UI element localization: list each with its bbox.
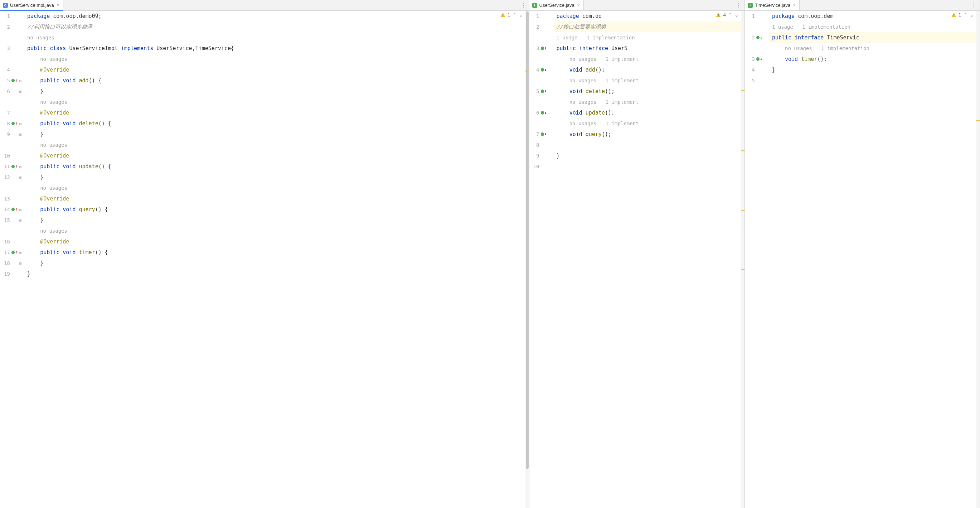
- line-number[interactable]: 1: [0, 13, 10, 19]
- fold-icon[interactable]: [19, 132, 22, 136]
- line-number[interactable]: 11: [0, 164, 10, 169]
- line-number[interactable]: 12: [0, 174, 10, 180]
- fold-icon[interactable]: [19, 122, 22, 125]
- warn-marker[interactable]: [741, 269, 745, 270]
- code-line[interactable]: [769, 75, 976, 86]
- fold-icon[interactable]: [19, 89, 22, 93]
- warn-marker[interactable]: [741, 90, 745, 91]
- code-line[interactable]: no usages 1 implement: [554, 54, 741, 64]
- code-line[interactable]: no usages: [24, 32, 525, 43]
- line-number[interactable]: 9: [0, 131, 10, 137]
- next-highlight-icon[interactable]: ⌄: [735, 12, 739, 18]
- implemented-icon[interactable]: [541, 110, 547, 116]
- code-line[interactable]: @Override: [24, 64, 525, 75]
- fold-icon[interactable]: [19, 175, 22, 179]
- code-editor[interactable]: 123456789101112131415161718191^⌄package …: [0, 11, 529, 508]
- overrides-icon[interactable]: [11, 78, 17, 83]
- implemented-icon[interactable]: [541, 88, 547, 94]
- warn-marker[interactable]: [741, 150, 745, 151]
- code-line[interactable]: }: [769, 64, 976, 75]
- line-number[interactable]: 5: [745, 78, 755, 83]
- code-line[interactable]: }: [24, 86, 525, 97]
- code-line[interactable]: no usages: [24, 54, 525, 64]
- implemented-icon[interactable]: [541, 131, 547, 137]
- line-number[interactable]: 1: [745, 13, 755, 19]
- line-number[interactable]: 14: [0, 207, 10, 212]
- fold-icon[interactable]: [19, 261, 22, 265]
- code-area[interactable]: 1^⌄package com.oop.dem1 usage 1 implemen…: [769, 11, 976, 508]
- line-number[interactable]: 3: [745, 56, 755, 62]
- code-line[interactable]: public class UserServiceImpl implements …: [24, 43, 525, 54]
- scrollbar[interactable]: [525, 11, 529, 508]
- line-number[interactable]: 4: [745, 67, 755, 73]
- line-number[interactable]: 19: [0, 271, 10, 277]
- line-number[interactable]: 6: [0, 88, 10, 94]
- code-editor[interactable]: 123451^⌄package com.oop.dem1 usage 1 imp…: [745, 11, 980, 508]
- overrides-icon[interactable]: [11, 164, 17, 169]
- code-line[interactable]: public void delete() {: [24, 118, 525, 129]
- line-number[interactable]: 3: [0, 45, 10, 51]
- code-line[interactable]: [554, 161, 741, 172]
- fold-icon[interactable]: [19, 79, 22, 82]
- code-line[interactable]: }: [24, 258, 525, 269]
- line-number[interactable]: 13: [0, 196, 10, 202]
- next-highlight-icon[interactable]: ⌄: [970, 12, 974, 18]
- code-line[interactable]: public void add() {: [24, 75, 525, 86]
- line-number[interactable]: 5: [0, 78, 10, 83]
- line-number[interactable]: 3: [529, 45, 539, 51]
- line-number[interactable]: 8: [529, 142, 539, 148]
- close-icon[interactable]: ×: [792, 3, 796, 8]
- editor-tab[interactable]: IUserService.java×: [529, 0, 584, 10]
- line-number[interactable]: 6: [529, 110, 539, 116]
- fold-icon[interactable]: [19, 218, 22, 222]
- implemented-icon[interactable]: [541, 45, 547, 51]
- line-number[interactable]: 15: [0, 217, 10, 223]
- line-number[interactable]: 1: [529, 13, 539, 19]
- code-line[interactable]: void query();: [554, 129, 741, 140]
- code-line[interactable]: no usages 1 implement: [554, 97, 741, 107]
- code-area[interactable]: 1^⌄package com.oop.demo09;//利用接口可以实现多继承n…: [24, 11, 525, 508]
- code-line[interactable]: no usages: [24, 97, 525, 107]
- warn-marker[interactable]: [976, 120, 980, 121]
- line-number[interactable]: 4: [529, 67, 539, 73]
- overrides-icon[interactable]: [11, 207, 17, 212]
- warn-marker[interactable]: [525, 70, 529, 72]
- line-number[interactable]: 8: [0, 121, 10, 126]
- line-number[interactable]: 10: [0, 153, 10, 159]
- code-line[interactable]: @Override: [24, 236, 525, 247]
- code-line[interactable]: void timer();: [769, 54, 976, 64]
- code-line[interactable]: }: [24, 215, 525, 226]
- line-number[interactable]: 2: [529, 24, 539, 30]
- line-number[interactable]: 9: [529, 153, 539, 159]
- code-line[interactable]: no usages: [24, 140, 525, 150]
- code-line[interactable]: no usages 1 implement: [554, 118, 741, 129]
- code-line[interactable]: void update();: [554, 107, 741, 118]
- implemented-icon[interactable]: [756, 35, 762, 40]
- implemented-icon[interactable]: [756, 56, 762, 62]
- fold-icon[interactable]: [19, 165, 22, 168]
- code-line[interactable]: no usages 1 implement: [554, 75, 741, 86]
- code-line[interactable]: }: [24, 129, 525, 140]
- close-icon[interactable]: ×: [577, 3, 581, 8]
- prev-highlight-icon[interactable]: ^: [728, 12, 732, 18]
- line-number[interactable]: 2: [0, 24, 10, 30]
- line-number[interactable]: 7: [0, 110, 10, 116]
- code-line[interactable]: [554, 140, 741, 150]
- code-line[interactable]: public void update() {: [24, 161, 525, 172]
- prev-highlight-icon[interactable]: ^: [512, 12, 517, 18]
- code-line[interactable]: void add();: [554, 64, 741, 75]
- code-line[interactable]: }: [24, 172, 525, 183]
- code-line[interactable]: 1 usage 1 implementation: [554, 32, 741, 43]
- fold-icon[interactable]: [19, 208, 22, 211]
- tab-menu-icon[interactable]: ⋮: [733, 2, 745, 9]
- line-number[interactable]: 18: [0, 260, 10, 266]
- inspection-bar[interactable]: 1^⌄: [500, 12, 523, 18]
- prev-highlight-icon[interactable]: ^: [963, 12, 967, 18]
- line-number[interactable]: 10: [529, 164, 539, 169]
- code-line[interactable]: @Override: [24, 107, 525, 118]
- line-number[interactable]: 2: [745, 35, 755, 40]
- code-line[interactable]: @Override: [24, 193, 525, 204]
- overrides-icon[interactable]: [11, 250, 17, 255]
- code-line[interactable]: package com.oop.dem: [769, 11, 976, 21]
- code-line[interactable]: no usages: [24, 183, 525, 193]
